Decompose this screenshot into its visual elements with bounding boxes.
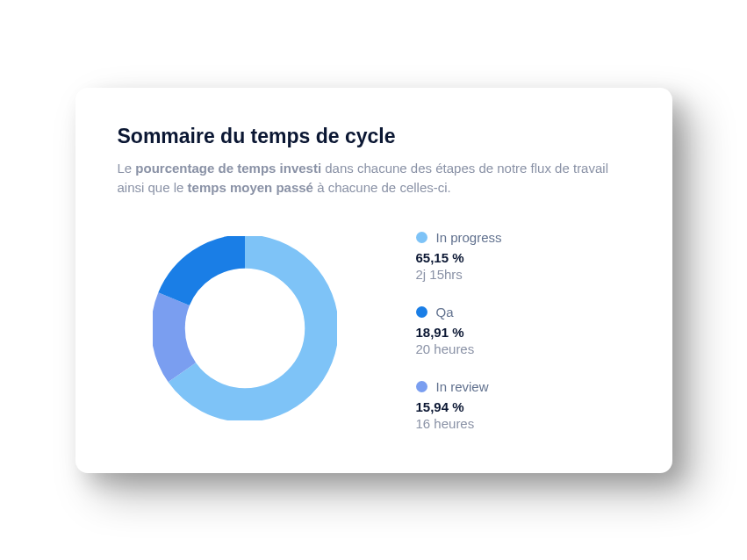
subtitle-bold-2: temps moyen passé	[188, 180, 313, 195]
legend-label: Qa	[436, 305, 454, 319]
cycle-time-summary-card: Sommaire du temps de cycle Le pourcentag…	[75, 88, 672, 473]
legend-time: 2j 15hrs	[416, 267, 502, 282]
legend-percent: 15,94 %	[416, 399, 502, 414]
legend-item-in-progress: In progress 65,15 % 2j 15hrs	[416, 230, 502, 282]
legend-top: In progress	[416, 230, 502, 245]
legend-time: 20 heures	[416, 341, 502, 356]
card-body: In progress 65,15 % 2j 15hrs Qa 18,91 % …	[118, 230, 630, 431]
legend-top: Qa	[416, 305, 502, 319]
card-subtitle: Le pourcentage de temps investi dans cha…	[118, 159, 609, 198]
card-title: Sommaire du temps de cycle	[118, 125, 630, 148]
swatch-icon	[416, 381, 427, 392]
legend-percent: 65,15 %	[416, 250, 502, 265]
subtitle-pre: Le	[118, 161, 136, 176]
swatch-icon	[416, 232, 427, 243]
legend-time: 16 heures	[416, 416, 502, 431]
legend-percent: 18,91 %	[416, 325, 502, 340]
legend: In progress 65,15 % 2j 15hrs Qa 18,91 % …	[416, 230, 502, 431]
swatch-icon	[416, 306, 427, 318]
legend-label: In progress	[436, 230, 502, 245]
donut-chart	[153, 236, 337, 424]
legend-label: In review	[436, 379, 489, 394]
donut-svg	[153, 236, 337, 420]
legend-item-qa: Qa 18,91 % 20 heures	[416, 305, 502, 356]
subtitle-post: à chacune de celles-ci.	[313, 180, 451, 195]
subtitle-bold-1: pourcentage de temps investi	[135, 161, 321, 176]
legend-top: In review	[416, 379, 502, 394]
legend-item-in-review: In review 15,94 % 16 heures	[416, 379, 502, 431]
